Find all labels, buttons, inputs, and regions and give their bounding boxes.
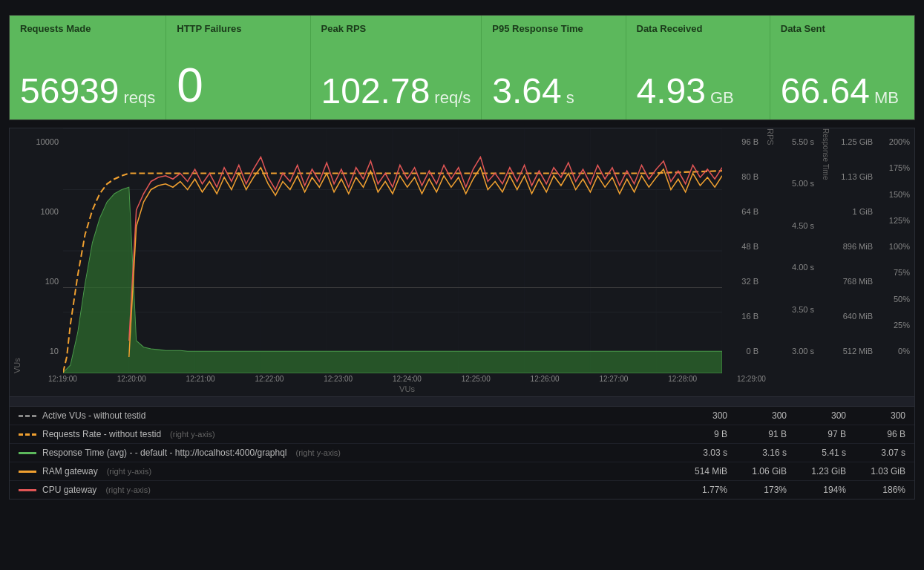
stat-card-3: P95 Response Time 3.64 s — [482, 16, 626, 119]
row-mean: 300 — [727, 410, 787, 421]
legend-indicator — [19, 433, 36, 436]
row-last: 96 B — [846, 429, 905, 439]
row-sub: (right y-axis) — [107, 467, 152, 476]
row-last: 3.07 s — [846, 448, 905, 458]
row-last: 186% — [846, 485, 905, 495]
x-tick: 12:24:00 — [393, 375, 422, 383]
y-rt-tick: 3.50 s — [782, 305, 814, 314]
row-mean: 1.06 GiB — [727, 466, 787, 476]
y-axis-rt: 5.50 s5.00 s4.50 s4.00 s3.50 s3.00 s — [778, 128, 819, 373]
stat-label: Data Sent — [781, 23, 904, 34]
row-name: CPU gateway (right y-axis) — [19, 485, 668, 495]
stat-unit: GB — [710, 90, 734, 106]
x-axis-labels: 12:19:0012:20:0012:21:0012:22:0012:23:00… — [10, 373, 914, 384]
row-name: Active VUs - without testid — [19, 410, 668, 421]
stat-card-0: Requests Made 56939 reqs — [10, 16, 166, 119]
stat-label: Peak RPS — [321, 23, 471, 34]
legend-indicator — [19, 452, 36, 454]
row-name-text: RAM gateway — [42, 466, 98, 476]
table-header — [10, 397, 914, 407]
x-tick: 12:21:00 — [186, 375, 215, 383]
row-max: 300 — [787, 410, 846, 421]
stat-label: P95 Response Time — [492, 23, 615, 34]
x-tick: 12:19:00 — [48, 375, 77, 383]
row-mean: 3.16 s — [727, 448, 787, 458]
row-name: RAM gateway (right y-axis) — [19, 466, 668, 476]
row-sub: (right y-axis) — [296, 448, 341, 457]
table-row: Response Time (avg) - - default - http:/… — [10, 444, 914, 462]
x-tick: 12:26:00 — [531, 375, 560, 383]
x-axis-title: VUs — [10, 384, 914, 396]
y-pct-tick: 50% — [882, 295, 910, 304]
y-mem-tick: 512 MiB — [837, 347, 873, 356]
stat-unit: req/s — [434, 90, 471, 106]
y-pct-tick: 150% — [882, 190, 910, 199]
row-last: 1.03 GiB — [846, 466, 905, 476]
stat-value: 102.78 req/s — [321, 73, 471, 109]
row-mean: 173% — [727, 485, 787, 495]
row-last: 300 — [846, 410, 905, 421]
y-left-tick: 100 — [29, 277, 59, 286]
y-rps-tick: 0 B — [727, 347, 758, 356]
stat-card-1: HTTP Failures 0 — [166, 16, 310, 119]
y-pct-tick: 175% — [882, 163, 910, 172]
row-max: 5.41 s — [787, 448, 846, 458]
y-rt-tick: 5.50 s — [782, 137, 814, 146]
y-axis-left: 10000100010010 — [24, 128, 63, 373]
y-rps-tick: 96 B — [727, 137, 758, 146]
y-axis-left-label: VUs — [10, 128, 24, 373]
row-min: 9 B — [668, 429, 727, 439]
y-rps-tick: 32 B — [727, 277, 758, 286]
table-row: Requests Rate - without testid (right y-… — [10, 425, 914, 444]
row-sub: (right y-axis) — [170, 430, 215, 439]
x-tick: 12:22:00 — [255, 375, 284, 383]
y-left-tick: 1000 — [29, 207, 59, 216]
stat-number: 4.93 — [637, 73, 706, 109]
y-rt-tick: 5.00 s — [782, 179, 814, 188]
stat-value: 4.93 GB — [637, 73, 759, 109]
y-pct-tick: 100% — [882, 242, 910, 251]
stat-label: Data Received — [637, 23, 759, 34]
table-row: Active VUs - without testid 300 300 300 … — [10, 407, 914, 425]
x-tick: 12:29:00 — [737, 375, 766, 383]
y-rt-tick: 4.00 s — [782, 263, 814, 272]
stat-card-2: Peak RPS 102.78 req/s — [311, 16, 482, 119]
stat-label: Requests Made — [20, 23, 155, 34]
y-mem-tick: 1.25 GiB — [837, 137, 873, 146]
x-tick: 12:23:00 — [324, 375, 353, 383]
y-rps-tick: 16 B — [727, 312, 758, 321]
row-max: 1.23 GiB — [787, 466, 846, 476]
stat-value: 66.64 MB — [781, 73, 904, 109]
legend-indicator — [19, 489, 36, 491]
y-axis-mem: 1.25 GiB1.13 GiB1 GiB896 MiB768 MiB640 M… — [833, 128, 877, 373]
y-rps-tick: 64 B — [727, 207, 758, 216]
y-mem-tick: 1.13 GiB — [837, 172, 873, 181]
chart-section: VUs 10000100010010 — [9, 128, 915, 397]
row-name-text: Requests Rate - without testid — [42, 429, 161, 439]
row-min: 514 MiB — [668, 466, 727, 476]
stat-label: HTTP Failures — [177, 23, 299, 34]
stat-unit: MB — [874, 90, 899, 106]
row-mean: 91 B — [727, 429, 787, 439]
row-name: Requests Rate - without testid (right y-… — [19, 429, 668, 439]
table-row: RAM gateway (right y-axis) 514 MiB 1.06 … — [10, 462, 914, 481]
stat-number: 102.78 — [321, 73, 430, 109]
stat-number: 66.64 — [781, 73, 870, 109]
row-min: 1.77% — [668, 485, 727, 495]
data-table: Active VUs - without testid 300 300 300 … — [9, 397, 915, 499]
row-min: 3.03 s — [668, 448, 727, 458]
stat-card-4: Data Received 4.93 GB — [626, 16, 770, 119]
y-left-tick: 10000 — [29, 137, 59, 146]
header — [0, 0, 924, 15]
stat-unit: reqs — [123, 90, 155, 106]
x-tick: 12:25:00 — [462, 375, 491, 383]
x-tick: 12:20:00 — [117, 375, 146, 383]
stat-number: 56939 — [20, 73, 119, 109]
y-rt-tick: 3.00 s — [782, 347, 814, 356]
rps-label: RPS — [763, 128, 778, 373]
stat-number: 3.64 — [492, 73, 561, 109]
y-pct-tick: 75% — [882, 268, 910, 277]
y-pct-tick: 25% — [882, 321, 910, 330]
y-rps-tick: 48 B — [727, 242, 758, 251]
rt-label: Response Time — [819, 128, 833, 373]
